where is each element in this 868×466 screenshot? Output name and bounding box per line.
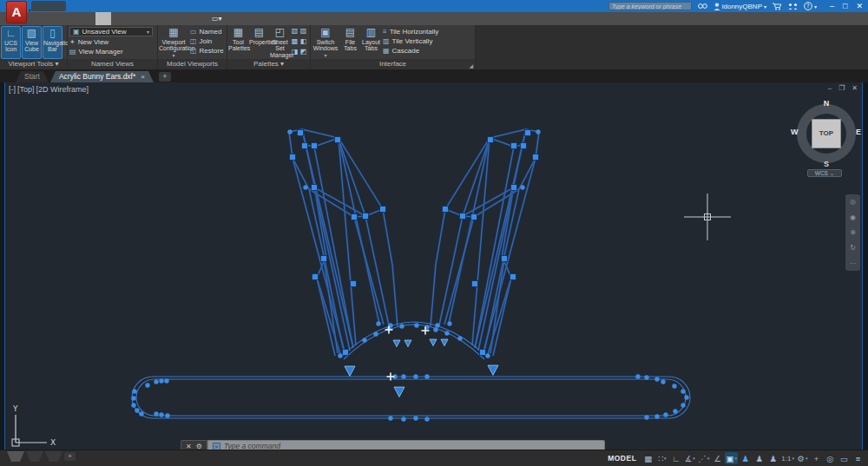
search-icon[interactable]	[698, 3, 707, 10]
panel-label-viewport-tools[interactable]: Viewport Tools ▾	[0, 59, 67, 69]
compass-west[interactable]: W	[791, 128, 799, 136]
ribbon: ∟ UCS Icon ▧ View Cube ▯ Navigation Bar …	[0, 25, 868, 69]
nav-tool-icon[interactable]: ↻	[850, 244, 856, 252]
nav-tool-icon[interactable]: ⊕	[850, 228, 856, 236]
visual-style-control[interactable]: [2D Wireframe]	[36, 85, 89, 94]
tab-annotate[interactable]	[64, 12, 80, 25]
navigation-bar[interactable]: ◎◉⊕↻⋯	[845, 194, 860, 271]
polar-tracking-icon[interactable]: ∡▾	[683, 452, 696, 464]
graphics-performance-icon[interactable]: ▭	[838, 452, 851, 464]
isolate-objects-icon[interactable]: ◎	[824, 452, 837, 464]
tab-parametric[interactable]	[80, 12, 95, 25]
tab-home[interactable]	[33, 12, 49, 25]
annotation-visibility-icon[interactable]: ♟	[739, 452, 752, 464]
navigation-bar-button[interactable]: ▯ Navigation Bar	[43, 26, 62, 59]
chevron-down-icon[interactable]: ▾	[707, 456, 710, 461]
sheet-set-manager-button[interactable]: ◰ Sheet Set Manager	[270, 26, 290, 59]
compass-north[interactable]: N	[793, 99, 859, 108]
viewcube[interactable]: N S W E TOP	[793, 101, 859, 167]
customize-plus-icon[interactable]: +	[810, 452, 823, 464]
snap-mode-icon[interactable]: ∷▾	[655, 452, 668, 464]
doc-restore-button[interactable]: ❐	[838, 84, 845, 92]
tile-vertically-button[interactable]: ▥ Tile Vertically	[381, 36, 440, 46]
panel-label-palettes[interactable]: Palettes ▾	[227, 59, 310, 69]
model-space-toggle[interactable]: MODEL	[603, 454, 641, 463]
sign-in-user[interactable]: idonnyQBNP ▾	[713, 3, 766, 10]
layout-tab-layout1[interactable]	[26, 451, 43, 462]
view-control[interactable]: [Top]	[17, 85, 35, 94]
nav-tool-icon[interactable]: ◉	[850, 213, 856, 221]
grid-display-icon[interactable]: ▦	[641, 452, 654, 464]
user-dropdown-icon[interactable]: ▾	[764, 3, 766, 10]
tab-output[interactable]	[127, 12, 142, 25]
tool-palettes-button[interactable]: ▦ Tool Palettes	[228, 26, 248, 59]
new-drawing-tab-button[interactable]: +	[159, 72, 171, 82]
isometric-drafting-icon[interactable]: ⋰▾	[697, 452, 710, 464]
app-store-cart-icon[interactable]	[773, 3, 782, 10]
help-icon[interactable]: ? ▾	[804, 2, 817, 10]
chevron-down-icon[interactable]: ▾	[664, 456, 667, 461]
file-tab-bar: Start Acrylic Bunny Ears.dxf*× +	[0, 69, 868, 82]
chevron-down-icon[interactable]: ▾	[693, 456, 695, 461]
object-snap-icon[interactable]: ▣▾	[725, 452, 738, 464]
help-dropdown-icon[interactable]: ▾	[814, 3, 817, 10]
minimize-button[interactable]: –	[830, 2, 834, 10]
new-layout-button[interactable]: +	[64, 452, 76, 461]
application-menu-button[interactable]: A▾	[6, 1, 27, 23]
doc-minimize-button[interactable]: –	[828, 84, 832, 92]
tab-express-tools[interactable]	[174, 12, 189, 25]
viewport-configuration-button[interactable]: ▦ Viewport Configuration ▾	[159, 26, 188, 59]
compass-east[interactable]: E	[856, 128, 861, 136]
viewcube-top-face[interactable]: TOP	[812, 119, 841, 148]
properties-button[interactable]: ▤ Properties	[249, 26, 269, 59]
file-tab-acrylic-bunny-ears[interactable]: Acrylic Bunny Ears.dxf*×	[50, 71, 154, 82]
chevron-down-icon[interactable]: ▾	[735, 456, 738, 461]
restore-viewport-button[interactable]: ◱ Restore	[188, 46, 226, 56]
close-button[interactable]: ✕	[856, 2, 863, 10]
view-dropdown[interactable]: ▣ Unsaved View ▾	[69, 27, 153, 36]
autoscale-icon[interactable]: ♟	[753, 452, 766, 464]
viewport-menu-control[interactable]: [-]	[9, 85, 16, 94]
doc-close-button[interactable]: ✕	[852, 84, 858, 92]
nav-tool-icon[interactable]: ◎	[850, 198, 856, 206]
tab-collaborate[interactable]	[158, 12, 174, 25]
chevron-down-icon[interactable]: ▾	[806, 456, 808, 461]
drawing-area[interactable]: XY [-] [Top] [2D Wireframe] – ❐ ✕ N S W …	[0, 82, 868, 450]
annotation-scale-value[interactable]: 1:1▾	[780, 452, 795, 464]
tab-view[interactable]	[95, 12, 111, 25]
wcs-dropdown[interactable]: WCS ⌄	[807, 169, 842, 177]
compass-south[interactable]: S	[793, 160, 859, 168]
ucs-icon-button[interactable]: ∟ UCS Icon	[1, 26, 21, 59]
view-cube-button[interactable]: ▧ View Cube	[22, 26, 42, 59]
tab-featured-apps[interactable]	[189, 12, 205, 25]
layout-tabs-button[interactable]: ▥ Layout Tabs	[361, 26, 381, 59]
ribbon-display-toggle-icon[interactable]: ▭▾	[205, 12, 229, 25]
join-viewport-button[interactable]: ◫ Join	[188, 36, 226, 46]
cascade-button[interactable]: ▦ Cascade	[381, 46, 440, 56]
nav-tool-icon[interactable]: ⋯	[850, 259, 857, 267]
customize-menu-icon[interactable]: ≡	[852, 452, 865, 464]
tab-add-ins[interactable]	[142, 12, 158, 25]
object-snap-tracking-icon[interactable]: ∠	[711, 452, 724, 464]
ortho-mode-icon[interactable]: ∟	[669, 452, 682, 464]
search-input[interactable]	[608, 2, 692, 10]
autodesk-network-icon[interactable]	[788, 3, 798, 10]
tab-manage[interactable]	[111, 12, 127, 25]
tab-insert[interactable]	[49, 12, 64, 25]
layout-tab-layout2[interactable]	[45, 451, 62, 462]
maximize-button[interactable]: □	[843, 2, 847, 10]
annotation-scale-person-icon[interactable]: ♟	[766, 452, 779, 464]
named-viewport-button[interactable]: ▭ Named	[188, 27, 226, 36]
chevron-down-icon: ▾	[147, 29, 149, 35]
tab-close-icon[interactable]: ×	[141, 73, 145, 81]
file-tabs-button[interactable]: ▤ File Tabs	[340, 26, 360, 59]
switch-windows-button[interactable]: ▣ Switch Windows ▾	[312, 26, 339, 59]
workspace-switching-icon[interactable]: ⚙▾	[796, 452, 809, 464]
chevron-down-icon[interactable]: ▾	[792, 456, 794, 461]
file-tab-start[interactable]: Start	[16, 71, 49, 82]
tile-horizontally-button[interactable]: ≡ Tile Horizontally	[381, 27, 440, 36]
new-view-button[interactable]: ✦ New View	[68, 37, 157, 47]
view-manager-button[interactable]: ▤ View Manager	[68, 47, 157, 56]
interface-dialog-launcher-icon[interactable]: ◢	[469, 62, 473, 69]
layout-tab-model[interactable]	[7, 451, 24, 462]
